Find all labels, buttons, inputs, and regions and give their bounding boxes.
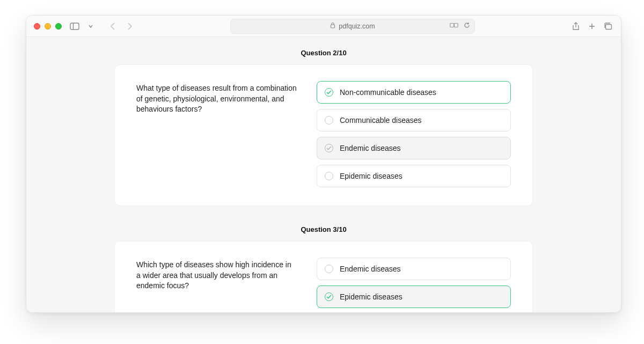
sidebar-menu-chevron-icon[interactable] xyxy=(84,21,97,32)
question-label: Question 2/10 xyxy=(114,49,533,57)
question-prompt: Which type of diseases show high inciden… xyxy=(136,258,297,312)
nav-controls xyxy=(107,21,136,32)
browser-window: pdfquiz.com xyxy=(26,15,621,313)
back-button[interactable] xyxy=(107,21,120,32)
new-tab-button[interactable] xyxy=(586,21,598,32)
option[interactable]: Communicable diseases xyxy=(317,109,511,131)
svg-rect-4 xyxy=(454,24,458,27)
fullscreen-window-button[interactable] xyxy=(55,23,62,30)
minimize-window-button[interactable] xyxy=(45,23,51,30)
right-toolbar xyxy=(569,21,614,32)
check-icon xyxy=(325,144,333,152)
radio-icon xyxy=(325,116,333,125)
svg-rect-2 xyxy=(331,25,335,28)
titlebar: pdfquiz.com xyxy=(26,16,621,37)
tabs-overview-button[interactable] xyxy=(602,21,614,32)
close-window-button[interactable] xyxy=(34,23,40,30)
reader-mode-icon[interactable] xyxy=(450,22,458,30)
share-button[interactable] xyxy=(569,21,582,32)
option-text: Endemic diseases xyxy=(340,265,401,273)
address-bar[interactable]: pdfquiz.com xyxy=(230,19,475,34)
check-icon xyxy=(325,292,333,301)
svg-rect-3 xyxy=(450,24,454,27)
question-card: What type of diseases result from a comb… xyxy=(114,64,533,206)
options-list: Endemic diseases Epidemic diseases Non-c… xyxy=(317,258,511,312)
option-text: Non-communicable diseases xyxy=(340,88,436,97)
option[interactable]: Epidemic diseases xyxy=(317,165,511,187)
svg-rect-7 xyxy=(606,24,612,29)
sidebar-controls xyxy=(68,21,97,32)
option[interactable]: Endemic diseases xyxy=(317,258,511,280)
url-text: pdfquiz.com xyxy=(339,23,375,30)
page-inner: Question 2/10 What type of diseases resu… xyxy=(114,37,533,312)
option[interactable]: Epidemic diseases xyxy=(317,286,511,308)
svg-rect-0 xyxy=(70,23,79,30)
check-icon xyxy=(325,88,333,97)
sidebar-toggle-button[interactable] xyxy=(68,21,81,32)
option-text: Communicable diseases xyxy=(340,116,422,125)
question-prompt: What type of diseases result from a comb… xyxy=(136,81,297,187)
traffic-lights xyxy=(33,23,62,30)
question-label: Question 3/10 xyxy=(114,225,533,233)
page-content[interactable]: Question 2/10 What type of diseases resu… xyxy=(26,37,621,312)
reload-button[interactable] xyxy=(464,22,470,30)
option-text: Endemic diseases xyxy=(340,144,401,152)
option-text: Epidemic diseases xyxy=(340,172,402,180)
question-card: Which type of diseases show high inciden… xyxy=(114,241,533,312)
radio-icon xyxy=(325,265,333,273)
option-text: Epidemic diseases xyxy=(340,292,402,301)
option[interactable]: Endemic diseases xyxy=(317,137,511,159)
forward-button[interactable] xyxy=(123,21,136,32)
options-list: Non-communicable diseases Communicable d… xyxy=(317,81,511,187)
radio-icon xyxy=(325,172,333,180)
option[interactable]: Non-communicable diseases xyxy=(317,81,511,104)
lock-icon xyxy=(330,22,335,30)
